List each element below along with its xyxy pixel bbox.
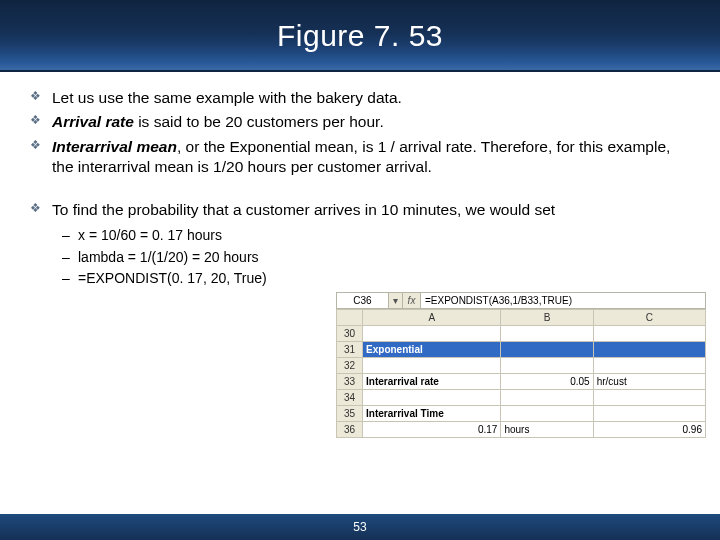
bullet-item: Arrival rate is said to be 20 customers … [30,112,690,132]
cell[interactable]: Interarrival rate [363,374,501,390]
cell[interactable]: 0.17 [363,422,501,438]
bullet-strong: Interarrival mean [52,138,177,155]
row-header[interactable]: 34 [337,390,363,406]
excel-snippet: C36 ▾ fx =EXPONDIST(A36,1/B33,TRUE) A B … [336,292,706,438]
cell[interactable]: hr/cust [593,374,705,390]
corner-cell[interactable] [337,310,363,326]
cell[interactable] [501,342,593,358]
bullet-item: Interarrival mean, or the Exponential me… [30,137,690,178]
sub-list: x = 10/60 = 0. 17 hours lambda = 1/(1/20… [52,226,690,287]
sub-text: x = 10/60 = 0. 17 hours [78,227,222,243]
formula-bar: C36 ▾ fx =EXPONDIST(A36,1/B33,TRUE) [336,292,706,309]
sub-text: =EXPONDIST(0. 17, 20, True) [78,270,267,286]
row-header[interactable]: 31 [337,342,363,358]
cell[interactable] [593,326,705,342]
sub-text: lambda = 1/(1/20) = 20 hours [78,249,259,265]
bullet-text: is said to be 20 customers per hour. [134,113,384,130]
row-header[interactable]: 32 [337,358,363,374]
cell[interactable] [501,358,593,374]
row-header[interactable]: 35 [337,406,363,422]
bullet-text: Let us use the same example with the bak… [52,89,402,106]
cell[interactable]: 0.05 [501,374,593,390]
cell[interactable]: Exponential [363,342,501,358]
bullet-item: To find the probability that a customer … [30,200,690,288]
row: 30 [337,326,706,342]
cell[interactable] [363,358,501,374]
title-band: Figure 7. 53 [0,0,720,72]
row: 35 Interarrival Time [337,406,706,422]
sub-item: =EXPONDIST(0. 17, 20, True) [52,269,690,287]
row-header[interactable]: 36 [337,422,363,438]
page-number: 53 [353,520,366,534]
cell[interactable] [593,390,705,406]
row: 31 Exponential [337,342,706,358]
name-box-dropdown[interactable]: ▾ [389,293,403,308]
row: 34 [337,390,706,406]
cell[interactable] [593,342,705,358]
title-underline [0,70,720,72]
col-header[interactable]: C [593,310,705,326]
footer-band: 53 [0,514,720,540]
row-header[interactable]: 33 [337,374,363,390]
fx-button[interactable]: fx [403,293,421,308]
cell[interactable] [593,406,705,422]
row: 32 [337,358,706,374]
bullet-strong: Arrival rate [52,113,134,130]
cell[interactable] [501,406,593,422]
formula-input[interactable]: =EXPONDIST(A36,1/B33,TRUE) [421,293,705,308]
row-header[interactable]: 30 [337,326,363,342]
spreadsheet: A B C 30 31 Exponential 32 33 Inte [336,309,706,438]
slide-title: Figure 7. 53 [277,19,443,53]
content-area: Let us use the same example with the bak… [0,72,720,288]
cell[interactable] [363,390,501,406]
col-header-row: A B C [337,310,706,326]
cell[interactable]: Interarrival Time [363,406,501,422]
col-header[interactable]: B [501,310,593,326]
row: 33 Interarrival rate 0.05 hr/cust [337,374,706,390]
col-header[interactable]: A [363,310,501,326]
cell[interactable] [363,326,501,342]
row: 36 0.17 hours 0.96 [337,422,706,438]
cell[interactable] [501,390,593,406]
cell[interactable]: 0.96 [593,422,705,438]
cell[interactable] [501,326,593,342]
sub-item: lambda = 1/(1/20) = 20 hours [52,248,690,266]
name-box[interactable]: C36 [337,293,389,308]
bullet-text: To find the probability that a customer … [52,201,555,218]
cell[interactable]: hours [501,422,593,438]
cell[interactable] [593,358,705,374]
sub-item: x = 10/60 = 0. 17 hours [52,226,690,244]
bullet-list: Let us use the same example with the bak… [30,88,690,288]
bullet-item: Let us use the same example with the bak… [30,88,690,108]
